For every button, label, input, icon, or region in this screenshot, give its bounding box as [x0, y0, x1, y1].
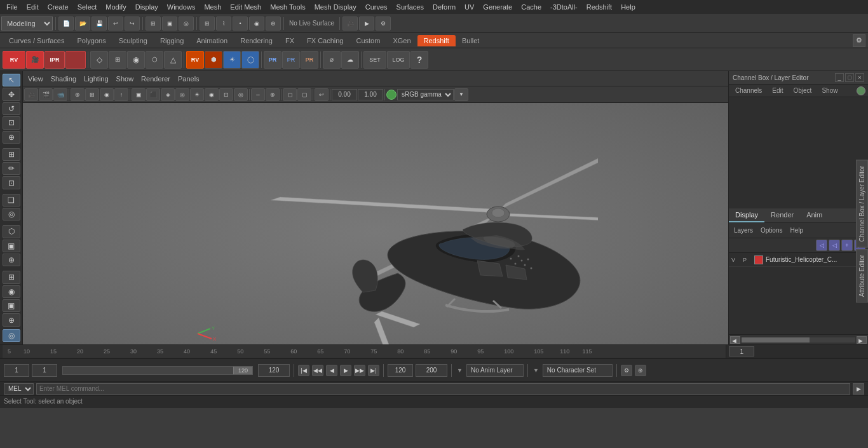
menu-redshift[interactable]: Redshift — [583, 2, 616, 12]
menu-generate[interactable]: Generate — [479, 2, 516, 12]
menu-file[interactable]: File — [3, 2, 22, 12]
rs-bowl-btn[interactable]: ⌀ — [323, 51, 341, 69]
vp-colorspace-icon[interactable] — [386, 90, 397, 100]
viewport-menu-renderer[interactable]: Renderer — [139, 74, 173, 84]
menu-display[interactable]: Display — [132, 2, 162, 12]
end-frame-input[interactable] — [258, 364, 290, 377]
vp-sym-icon[interactable]: ↔ — [251, 88, 265, 101]
vp-aa-icon[interactable]: ◎ — [234, 88, 248, 101]
layers-scrollbar[interactable]: ◄ ► — [729, 334, 868, 344]
rs-render-btn[interactable] — [65, 51, 86, 69]
ipr-render[interactable]: ▶ — [359, 17, 374, 31]
show-manipulator-btn[interactable]: ⊡ — [3, 176, 20, 189]
cb-tab-display[interactable]: Display — [729, 208, 764, 222]
cb-tab-object[interactable]: Object — [790, 86, 816, 95]
tab-rendering[interactable]: Rendering — [234, 35, 279, 46]
soft-select-btn[interactable]: ⊞ — [3, 148, 20, 161]
menu-surfaces[interactable]: Surfaces — [393, 2, 428, 12]
rs-obj-btn[interactable]: RV — [186, 51, 204, 69]
scale-tool-btn[interactable]: ⊡ — [3, 116, 20, 129]
cb-close-btn[interactable]: × — [855, 73, 864, 82]
anim-layer-dropdown[interactable]: No Anim Layer — [466, 364, 524, 377]
viewport-canvas[interactable]: Y X persp — [23, 103, 728, 344]
render-cam[interactable]: 🎥 — [342, 17, 358, 31]
snap-point[interactable]: • — [233, 17, 248, 31]
grid-btn[interactable]: ▣ — [3, 240, 20, 252]
tab-animation[interactable]: Animation — [190, 35, 234, 46]
scroll-right-btn[interactable]: ► — [857, 336, 867, 344]
script-input[interactable] — [36, 383, 850, 395]
viewport-menu-show[interactable]: Show — [114, 74, 137, 84]
snap-surface[interactable]: ◉ — [249, 17, 264, 31]
selection-mask-btn[interactable]: ❑ — [3, 194, 20, 207]
tab-curves-surfaces[interactable]: Curves / Surfaces — [3, 35, 71, 46]
rs-help-btn[interactable]: ? — [410, 51, 428, 69]
vp-colorspace-select[interactable]: sRGB gamma — [397, 89, 454, 100]
menu-deform[interactable]: Deform — [429, 2, 459, 12]
jump-end-btn[interactable]: ▶| — [368, 365, 379, 376]
menu-uv[interactable]: UV — [461, 2, 478, 12]
menu-windows[interactable]: Windows — [163, 2, 200, 12]
vp-smooth-icon[interactable]: ◎ — [175, 88, 189, 101]
viewport-menu-panels[interactable]: Panels — [175, 74, 202, 84]
menu-create[interactable]: Create — [44, 2, 72, 12]
vp-cv-icon[interactable]: ▢ — [297, 88, 311, 101]
vp-value2-input[interactable] — [358, 89, 383, 100]
prev-frame-btn[interactable]: ◀ — [326, 365, 337, 376]
rs-settings-btn[interactable]: SET — [363, 51, 386, 69]
timeline-current-input[interactable] — [729, 346, 754, 356]
loop-select-btn[interactable]: ◎ — [3, 208, 20, 221]
menu-select[interactable]: Select — [74, 2, 101, 12]
menu-mesh-tools[interactable]: Mesh Tools — [266, 2, 309, 12]
vp-wireframe-icon[interactable]: ▣ — [132, 88, 146, 101]
render-settings[interactable]: ⚙ — [376, 17, 391, 31]
snap-grid[interactable]: ⊞ — [200, 17, 215, 31]
rs-pr1-btn[interactable]: PR — [264, 51, 281, 69]
play-forward-btn[interactable]: ▶ — [340, 365, 351, 376]
end-time-input[interactable] — [388, 364, 413, 377]
redo-btn[interactable]: ↪ — [125, 17, 140, 31]
vp-normals-icon[interactable]: ↑ — [114, 88, 128, 101]
layers-menu-help[interactable]: Help — [787, 226, 806, 235]
char-set-prev-btn[interactable]: ⚙ — [621, 365, 632, 376]
vp-colorspace-expand[interactable]: ▼ — [454, 88, 468, 101]
vp-shadow-icon[interactable]: ◉ — [205, 88, 219, 101]
layers-arrow-btn[interactable]: ◁ — [829, 240, 840, 251]
snap-btn[interactable]: ⬡ — [3, 225, 20, 238]
vp-isolate-icon[interactable]: ⊕ — [266, 88, 280, 101]
vp-shaded-icon[interactable]: ⬛ — [146, 88, 160, 101]
rs-log-btn[interactable]: LOG — [387, 51, 410, 69]
vp-value1-input[interactable] — [332, 89, 357, 100]
mode-selector[interactable]: Modeling Rigging Animation FX Rendering — [1, 17, 53, 31]
new-scene-btn[interactable]: 📄 — [58, 17, 74, 31]
rs-pr2-btn[interactable]: PR — [282, 51, 300, 69]
no-live-surface-btn[interactable]: No Live Surface — [287, 20, 337, 27]
vp-snap-icon[interactable]: ⊕ — [71, 88, 85, 101]
next-frame-btn[interactable]: ▶▶ — [354, 365, 365, 376]
snap-view[interactable]: ⊕ — [266, 17, 281, 31]
rs-cube-btn[interactable]: ⬡ — [146, 51, 163, 69]
settings-icon[interactable]: ⚙ — [853, 34, 865, 47]
cb-tab-anim[interactable]: Anim — [800, 208, 829, 222]
menu-curves[interactable]: Curves — [362, 2, 391, 12]
layers-color-btn[interactable]: ◁ — [816, 240, 827, 251]
tab-fx-caching[interactable]: FX Caching — [301, 35, 349, 46]
scroll-left-btn[interactable]: ◄ — [730, 336, 740, 344]
cb-tab-show[interactable]: Show — [818, 86, 841, 95]
cb-tab-edit[interactable]: Edit — [768, 86, 787, 95]
step-back-btn[interactable]: ◀◀ — [312, 365, 323, 376]
universal-tool-btn[interactable]: ⊕ — [3, 131, 20, 144]
menu-edit-mesh[interactable]: Edit Mesh — [226, 2, 265, 12]
rotate-tool-btn[interactable]: ↺ — [3, 102, 20, 115]
rs-env-btn[interactable]: ◯ — [241, 51, 259, 69]
save-scene-btn[interactable]: 💾 — [92, 17, 107, 31]
vp-back-icon[interactable]: ↩ — [315, 88, 329, 101]
char-set-next-btn[interactable]: ⊕ — [635, 365, 646, 376]
timeline-track[interactable]: 5 10 15 20 25 30 35 40 45 50 55 60 65 70… — [3, 345, 726, 358]
vp-grid-icon[interactable]: ⊞ — [85, 88, 99, 101]
menu-edit[interactable]: Edit — [23, 2, 43, 12]
lasso-select[interactable]: ◎ — [179, 17, 194, 31]
menu-mesh[interactable]: Mesh — [200, 2, 225, 12]
tab-redshift[interactable]: Redshift — [417, 35, 456, 46]
viewport-menu-lighting[interactable]: Lighting — [81, 74, 111, 84]
